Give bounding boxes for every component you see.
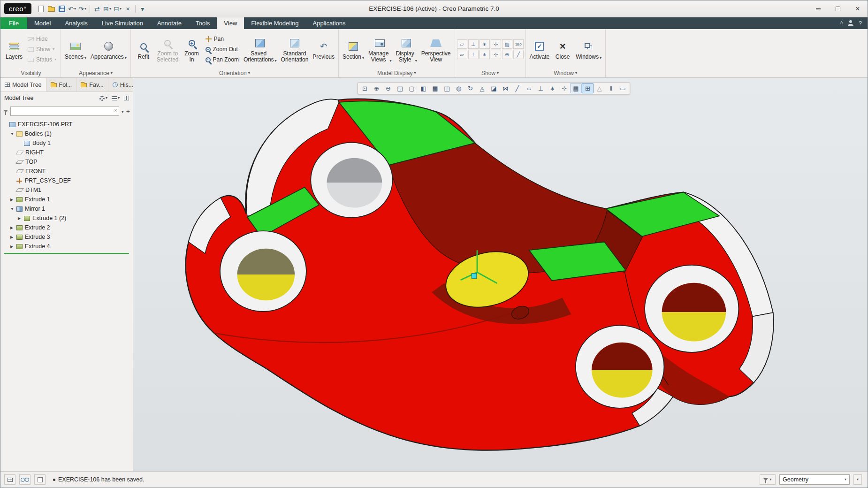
datum-axis-toggle[interactable]: ⊥ [535, 83, 547, 93]
manage-views-button[interactable]: Manage Views▾ [366, 35, 393, 64]
tree-filter-input[interactable] [10, 107, 119, 116]
pan-zoom-button[interactable]: Pan Zoom [204, 55, 240, 64]
zoom-region-button[interactable]: ⊡ [359, 83, 371, 93]
expander-icon[interactable]: ▶ [18, 216, 24, 221]
tab-model[interactable]: Model [27, 17, 58, 29]
selection-filter-combo[interactable]: Geometry ▾ [779, 474, 850, 485]
insertion-indicator[interactable] [4, 253, 129, 254]
tab-folder-browser[interactable]: Fol... [46, 78, 77, 92]
warning-icon[interactable]: △ [594, 83, 605, 93]
axis-display-toggle[interactable]: ⊥ [468, 39, 479, 49]
pan-button[interactable]: Pan [204, 34, 240, 44]
csys-display-toggle[interactable]: ⊹ [491, 39, 501, 49]
explode-button[interactable]: ⋈ [500, 83, 511, 93]
tab-applications[interactable]: Applications [305, 17, 352, 29]
redo-button[interactable]: ↷▾ [77, 3, 88, 15]
spin-center-toggle[interactable]: ⊕ [502, 50, 512, 59]
tree-item-mirror-1[interactable]: ▼Mirror 1 [0, 204, 133, 214]
new-file-button[interactable] [36, 3, 46, 15]
display-style-button[interactable]: Display Style▾ [394, 35, 419, 64]
appearances-button[interactable]: Appearances▾ [89, 38, 129, 61]
point-tag-toggle[interactable]: ∗ [480, 50, 490, 59]
tree-item-body-1[interactable]: Body 1 [0, 138, 133, 148]
tree-item-extrude-4[interactable]: ▶Extrude 4 [0, 242, 133, 251]
tab-favorites[interactable]: Fav... [76, 78, 108, 92]
sketcher-display-button[interactable]: ╱ [513, 50, 524, 59]
new-window-button[interactable]: ⊞▾ [102, 3, 113, 15]
customize-toolbar-button[interactable]: ▾ [137, 3, 148, 15]
windows-button[interactable]: Windows▾ [574, 38, 603, 61]
annotation-display-toggle[interactable]: ▨ [502, 39, 512, 49]
collapse-ribbon-button[interactable]: ^ [840, 20, 843, 27]
model-tree-toggle-button[interactable] [4, 474, 15, 485]
datum-plane-toggle[interactable]: ▱ [523, 83, 535, 93]
csys-tag-toggle[interactable]: ⊹ [491, 50, 501, 59]
shaded-view-button[interactable]: ◧ [418, 83, 429, 93]
tree-item-bodies[interactable]: ▼Bodies (1) [0, 129, 133, 138]
tree-item-extrude-3[interactable]: ▶Extrude 3 [0, 232, 133, 242]
refit-button[interactable]: Refit [133, 38, 154, 61]
csys-origin-point[interactable] [472, 274, 477, 279]
section-view-button[interactable]: ◪ [488, 83, 500, 93]
add-filter-button[interactable]: + [126, 108, 130, 114]
section-button[interactable]: Section▾ [341, 38, 366, 61]
clear-filter-icon[interactable]: × [114, 108, 117, 113]
help-button[interactable]: ? [859, 20, 862, 27]
spin-center-button[interactable]: ↻ [464, 83, 476, 93]
filter-dropdown-button[interactable]: ▾ [122, 109, 124, 114]
expander-icon[interactable]: ▼ [10, 132, 16, 136]
save-button[interactable] [57, 3, 67, 15]
capture-button[interactable]: ◫ [441, 83, 453, 93]
close-window-big-button[interactable]: × Close [552, 38, 573, 61]
repaint-button[interactable]: ▢ [406, 83, 418, 93]
user-icon[interactable] [848, 20, 853, 26]
tree-item-top[interactable]: TOP [0, 157, 133, 167]
pause-button[interactable]: ‖ [605, 83, 617, 93]
3d-dragger-button[interactable]: ⊞ [582, 83, 594, 93]
select-box-button[interactable] [34, 474, 46, 485]
tree-item-exercise-106[interactable]: EXERCISE-106.PRT [0, 120, 133, 129]
activate-button[interactable]: ✓ Activate [528, 38, 552, 61]
tree-columns-button[interactable]: ▾ [112, 96, 120, 100]
render-style-button[interactable]: ◍ [453, 83, 464, 93]
saved-orientations-button[interactable]: Saved Orientations▾ [242, 35, 279, 64]
model-canvas[interactable] [133, 78, 868, 471]
annotation-toggle[interactable]: ▤ [570, 83, 582, 93]
tab-view[interactable]: View [217, 17, 244, 29]
sketch-display-button[interactable]: ╱ [511, 83, 523, 93]
tree-item-dtm1[interactable]: DTM1 [0, 185, 133, 195]
tree-settings-button[interactable] [124, 96, 129, 100]
plane-tag-toggle[interactable]: ▱ [457, 50, 467, 59]
tab-analysis[interactable]: Analysis [58, 17, 94, 29]
open-button[interactable] [46, 3, 57, 15]
tree-item-extrude-1-2[interactable]: ▶Extrude 1 (2) [0, 214, 133, 223]
perspective-button[interactable]: ◬ [476, 83, 488, 93]
tree-item-extrude-2[interactable]: ▶Extrude 2 [0, 223, 133, 232]
expander-icon[interactable]: ▼ [10, 207, 16, 211]
tab-tools[interactable]: Tools [189, 17, 217, 29]
tab-model-tree[interactable]: Model Tree [0, 78, 46, 92]
tree-item-prt-csys-def[interactable]: PRT_CSYS_DEF [0, 176, 133, 185]
tree-item-extrude-1[interactable]: ▶Extrude 1 [0, 195, 133, 204]
perspective-view-button[interactable]: Perspective View [419, 35, 453, 64]
refit-button[interactable]: ◱ [394, 83, 406, 93]
tree-filters-button[interactable]: ▾ [99, 96, 107, 101]
graphics-area[interactable]: ⊡ ⊕ ⊖ ◱ ▢ ◧ ▦ ◫ ◍ ↻ ◬ ◪ ⋈ ╱ ▱ ⊥ ∗ ⊹ ▤ ⊞ [133, 78, 868, 471]
tab-file[interactable]: File [0, 17, 27, 29]
plane-display-toggle[interactable]: ▱ [457, 39, 467, 49]
axis-tag-toggle[interactable]: ⊥ [468, 50, 479, 59]
previous-button[interactable]: ↶ Previous [311, 38, 336, 61]
tree-item-front[interactable]: FRONT [0, 167, 133, 176]
regenerate-button[interactable]: ⇄ [92, 3, 102, 15]
datum-point-toggle[interactable]: ∗ [547, 83, 558, 93]
named-views-button[interactable]: ▦ [429, 83, 441, 93]
status-expand-button[interactable]: ▾ [853, 474, 862, 485]
zoom-in-button[interactable]: Zoom In [181, 35, 203, 64]
expander-icon[interactable]: ▶ [10, 226, 16, 230]
tab-live-simulation[interactable]: Live Simulation [95, 17, 150, 29]
maximize-button[interactable] [828, 2, 848, 16]
display-glasses-button[interactable] [19, 474, 30, 485]
minimize-button[interactable] [808, 2, 828, 16]
datum-csys-toggle[interactable]: ⊹ [558, 83, 570, 93]
close-window-button[interactable]: × [123, 3, 133, 15]
